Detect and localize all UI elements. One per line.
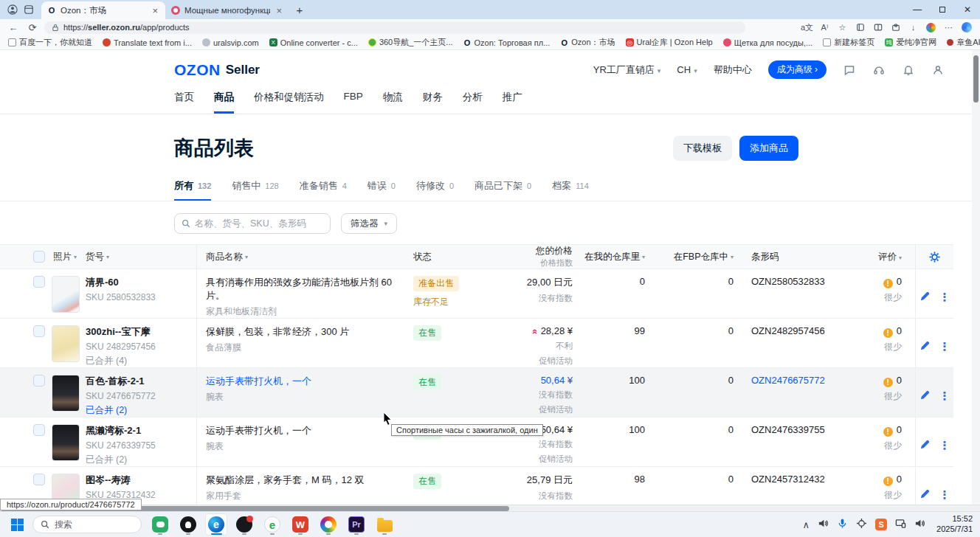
header-photo[interactable]: 照片▾ <box>47 245 86 268</box>
help-center-link[interactable]: 帮助中心 <box>714 63 752 77</box>
headset-icon[interactable] <box>872 63 886 77</box>
product-name[interactable]: 保鲜膜，包装，非常经济，300 片 <box>206 325 407 339</box>
header-rating[interactable]: 评价▾ <box>847 245 915 268</box>
chat-icon[interactable] <box>843 63 856 77</box>
row-checkbox[interactable] <box>33 325 45 337</box>
seller-nav-tab[interactable]: 商品 <box>214 91 234 114</box>
product-thumbnail[interactable] <box>52 325 80 362</box>
crosshair-icon[interactable] <box>856 518 867 531</box>
seller-nav-tab[interactable]: 首页 <box>174 91 194 114</box>
split-screen-icon[interactable] <box>870 21 886 34</box>
product-search[interactable] <box>174 213 331 234</box>
bookmark-item[interactable]: 爱纯净官网 <box>880 37 942 48</box>
product-thumbnail[interactable] <box>52 424 80 461</box>
filter-tab[interactable]: 待修改0 <box>416 179 454 201</box>
product-thumbnail[interactable] <box>52 375 80 412</box>
edit-pencil-icon[interactable] <box>919 291 931 304</box>
browser-tab[interactable]: Мощные многофункциональны× <box>165 1 289 19</box>
header-fbp-warehouse[interactable]: 在FBP仓库中▾ <box>655 245 744 268</box>
copilot-icon[interactable] <box>959 21 974 34</box>
workspaces-icon[interactable] <box>21 2 37 17</box>
browser-tab[interactable]: Ozon：市场× <box>41 1 165 19</box>
bookmark-item[interactable]: Translate text from i... <box>97 38 197 47</box>
bookmark-item[interactable]: Ozon：市场 <box>555 37 620 48</box>
minimize-button[interactable]: — <box>905 0 930 19</box>
seller-nav-tab[interactable]: 财务 <box>423 91 443 114</box>
seller-nav-tab[interactable]: 物流 <box>383 91 403 114</box>
speaker-icon[interactable] <box>914 518 925 531</box>
page-vertical-scrollbar[interactable] <box>972 50 980 505</box>
volume-icon[interactable] <box>818 518 829 531</box>
bookmark-item[interactable]: Ozon: Торговая пл... <box>458 38 556 47</box>
row-menu-icon[interactable]: ⋮ <box>939 340 950 353</box>
ie-browser-icon[interactable] <box>261 513 283 536</box>
seller-nav-tab[interactable]: 推广 <box>503 91 522 114</box>
close-button[interactable]: ✕ <box>955 0 980 19</box>
filter-tab[interactable]: 错误0 <box>368 179 396 201</box>
browser-360-icon[interactable] <box>317 513 339 536</box>
bookmark-item[interactable]: Щетка для посуды,... <box>718 38 818 47</box>
row-menu-icon[interactable]: ⋮ <box>939 439 950 452</box>
edit-pencil-icon[interactable] <box>919 439 931 452</box>
row-checkbox[interactable] <box>33 474 45 485</box>
edit-pencil-icon[interactable] <box>919 488 931 502</box>
extensions-icon[interactable] <box>888 21 903 34</box>
seller-nav-tab[interactable]: 价格和促销活动 <box>254 91 324 114</box>
filter-tab[interactable]: 所有132 <box>174 179 211 201</box>
tab-close-icon[interactable]: × <box>275 5 283 16</box>
qq-icon[interactable] <box>177 513 199 536</box>
bell-icon[interactable] <box>902 63 915 77</box>
header-name[interactable]: 商品名称▾ <box>196 245 413 268</box>
product-name[interactable]: 运动手表带打火机，一个 <box>206 424 407 437</box>
settings-menu-icon[interactable]: ⋯ <box>941 21 956 34</box>
row-menu-icon[interactable]: ⋮ <box>939 389 950 403</box>
page-horizontal-scrollbar[interactable] <box>0 505 980 511</box>
row-checkbox[interactable] <box>33 276 45 288</box>
file-explorer-icon[interactable] <box>373 513 396 536</box>
favorites-star-icon[interactable]: ☆ <box>835 21 850 34</box>
row-checkbox[interactable] <box>33 375 45 387</box>
row-menu-icon[interactable]: ⋮ <box>939 291 950 304</box>
cast-monitor-icon[interactable] <box>895 518 906 531</box>
select-all-checkbox[interactable] <box>33 251 45 263</box>
row-checkbox[interactable] <box>33 424 45 436</box>
microphone-icon[interactable] <box>837 518 848 531</box>
product-name[interactable]: 聚氨酯涂层，家务手套，M 码，12 双 <box>206 474 407 487</box>
new-tab-button[interactable]: + <box>292 2 307 17</box>
address-bar[interactable]: https://seller.ozon.ru/app/products <box>44 21 745 34</box>
seller-nav-tab[interactable]: 分析 <box>463 91 483 114</box>
bookmark-item[interactable]: uralsvip.com <box>197 38 264 47</box>
bookmark-item[interactable]: 360导航_一个主页... <box>363 37 458 48</box>
header-item-code[interactable]: 货号▾ <box>86 245 196 268</box>
filter-tab[interactable]: 销售中128 <box>232 179 278 201</box>
store-selector[interactable]: YR工厂直销店▾ <box>593 63 661 77</box>
translate-icon[interactable]: a文 <box>799 21 815 34</box>
product-name[interactable]: 运动手表带打火机，一个 <box>206 375 407 388</box>
bookmark-item[interactable]: Online converter - c... <box>264 38 363 47</box>
tab-close-icon[interactable]: × <box>151 5 159 16</box>
wechat-icon[interactable] <box>149 513 171 536</box>
taskbar-search[interactable]: 搜索 <box>32 516 142 533</box>
search-input[interactable] <box>195 218 323 229</box>
product-name[interactable]: 具有消毒作用的强效多功能清洁地板片剂 60 片。 <box>206 276 407 302</box>
header-my-warehouse[interactable]: 在我的仓库里▾ <box>573 245 655 268</box>
bookmark-item[interactable]: 章鱼AI <box>942 37 980 48</box>
browser-profile-avatar[interactable] <box>923 21 939 34</box>
row-menu-icon[interactable]: ⋮ <box>939 488 950 502</box>
refresh-icon[interactable]: ⟳ <box>25 21 40 34</box>
add-product-button[interactable]: 添加商品 <box>739 136 798 161</box>
premiere-icon[interactable] <box>345 513 368 536</box>
wps-office-icon[interactable] <box>289 513 311 536</box>
downloads-icon[interactable]: ↓ <box>905 21 921 34</box>
edit-pencil-icon[interactable] <box>919 389 931 403</box>
merged-link[interactable]: 已合并 (2) <box>86 404 196 417</box>
product-thumbnail[interactable] <box>52 276 80 313</box>
read-aloud-icon[interactable]: A⁾ <box>817 21 832 34</box>
tray-chevron-up-icon[interactable]: ∧ <box>803 519 810 530</box>
filter-tab[interactable]: 档案114 <box>552 179 589 201</box>
back-icon[interactable]: ← <box>6 21 21 34</box>
clock[interactable]: 15:52 2025/7/31 <box>936 514 973 535</box>
sogou-input-icon[interactable]: S <box>875 519 887 530</box>
premium-button[interactable]: 成为高级 › <box>768 60 827 79</box>
collections-icon[interactable] <box>852 21 868 34</box>
